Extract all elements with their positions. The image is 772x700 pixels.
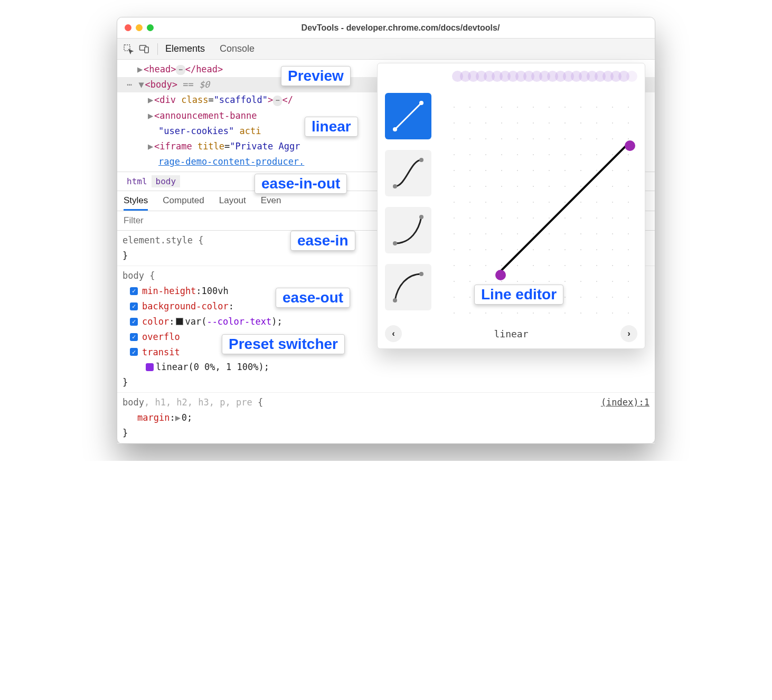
selector-body-group: body, h1, h2, h3, p, pre { xyxy=(123,395,649,410)
callout-ease-in-out: ease-in-out xyxy=(255,174,347,194)
easing-presets xyxy=(385,93,431,320)
svg-point-9 xyxy=(419,215,423,219)
preset-ease-in-out[interactable] xyxy=(385,150,431,196)
svg-point-10 xyxy=(393,298,397,302)
inspect-icon[interactable] xyxy=(123,43,134,55)
titlebar: DevTools - developer.chrome.com/docs/dev… xyxy=(117,17,655,39)
easing-editor-popover: ‹ linear › xyxy=(377,63,645,349)
devtools-window: DevTools - developer.chrome.com/docs/dev… xyxy=(117,17,655,444)
checkbox-icon[interactable] xyxy=(130,333,138,341)
tab-event[interactable]: Even xyxy=(261,195,281,211)
easing-swatch-icon[interactable] xyxy=(146,363,154,371)
window-title: DevTools - developer.chrome.com/docs/dev… xyxy=(154,23,647,33)
callout-preset-switcher: Preset switcher xyxy=(222,334,345,354)
tab-layout[interactable]: Layout xyxy=(219,195,246,211)
toolbar: Elements Console xyxy=(117,39,655,60)
preset-linear[interactable] xyxy=(385,93,431,139)
tab-styles[interactable]: Styles xyxy=(124,195,148,211)
next-preset-button[interactable]: › xyxy=(620,325,637,342)
iframe-src-link[interactable]: rage-demo-content-producer. xyxy=(158,156,304,167)
maximize-icon[interactable] xyxy=(147,24,154,31)
chevron-right-icon: › xyxy=(627,328,630,339)
svg-line-5 xyxy=(395,103,421,129)
source-link[interactable]: (index):1 xyxy=(601,395,649,410)
prop-linear[interactable]: linear(0 0%, 1 100%); xyxy=(123,360,649,375)
breadcrumb-body[interactable]: body xyxy=(152,175,181,187)
device-icon[interactable] xyxy=(138,43,150,55)
checkbox-icon[interactable] xyxy=(130,318,138,326)
callout-ease-in: ease-in xyxy=(290,231,355,251)
callout-linear: linear xyxy=(305,117,358,137)
svg-point-11 xyxy=(419,272,423,276)
curve-handle-start[interactable] xyxy=(495,270,506,280)
curve-handle-end[interactable] xyxy=(625,140,635,151)
preset-ease-out[interactable] xyxy=(385,264,431,310)
checkbox-icon[interactable] xyxy=(130,287,138,295)
chevron-left-icon: ‹ xyxy=(392,328,395,339)
svg-point-6 xyxy=(393,184,397,188)
tab-computed[interactable]: Computed xyxy=(163,195,204,211)
callout-preview: Preview xyxy=(281,66,351,86)
callout-ease-out: ease-out xyxy=(276,288,350,308)
close-icon[interactable] xyxy=(125,24,131,31)
traffic-lights xyxy=(125,24,154,31)
color-swatch-icon[interactable] xyxy=(176,318,183,325)
prop-margin[interactable]: margin: ▶0; xyxy=(123,410,649,425)
tab-elements[interactable]: Elements xyxy=(165,43,205,54)
minimize-icon[interactable] xyxy=(136,24,143,31)
callout-line-editor: Line editor xyxy=(474,285,563,305)
tab-console[interactable]: Console xyxy=(220,43,255,54)
prev-preset-button[interactable]: ‹ xyxy=(385,325,402,342)
checkbox-icon[interactable] xyxy=(130,348,138,356)
breadcrumb-html[interactable]: html xyxy=(123,175,152,187)
svg-rect-2 xyxy=(145,47,148,53)
ellipsis-icon[interactable]: ⋯ xyxy=(176,65,185,75)
divider xyxy=(157,43,158,55)
easing-preview xyxy=(385,71,637,87)
svg-point-7 xyxy=(419,158,423,162)
svg-line-12 xyxy=(500,145,627,272)
preset-switcher: ‹ linear › xyxy=(385,325,637,342)
preset-ease-in[interactable] xyxy=(385,207,431,253)
checkbox-icon[interactable] xyxy=(130,302,138,310)
preset-name: linear xyxy=(494,328,528,339)
svg-point-8 xyxy=(393,241,397,245)
